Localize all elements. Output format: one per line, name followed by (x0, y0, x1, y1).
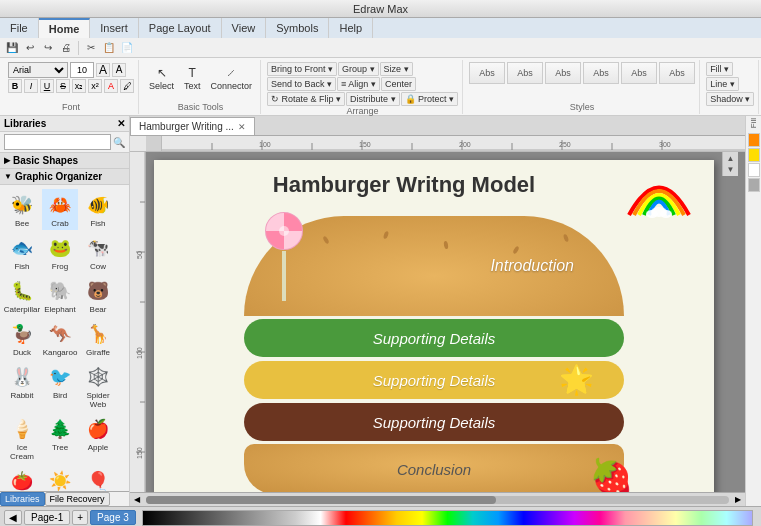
save-button[interactable]: 💾 (4, 40, 20, 56)
sidebar-icon-cow[interactable]: 🐄 Cow (80, 232, 116, 273)
sidebar-icon-frog[interactable]: 🐸 Frog (42, 232, 78, 273)
h-scrollbar[interactable]: ◀ ▶ (130, 492, 745, 506)
protect-button[interactable]: 🔒 Protect ▾ (401, 92, 459, 106)
group-button[interactable]: Group ▾ (338, 62, 379, 76)
tab-help[interactable]: Help (329, 18, 373, 38)
text-tool-button[interactable]: T Text (180, 62, 205, 94)
style-btn-5[interactable]: Abs (621, 62, 657, 84)
scroll-up-button[interactable]: ▲ (727, 154, 735, 163)
fill-button[interactable]: Fill ▾ (706, 62, 733, 76)
sidebar-icon-elephant[interactable]: 🐘 Elephant (42, 275, 78, 316)
page-tab-add[interactable]: + (72, 510, 88, 525)
font-shrink-button[interactable]: A (112, 63, 126, 77)
select-tool-button[interactable]: ↖ Select (145, 62, 178, 94)
font-name-select[interactable]: Arial (8, 62, 68, 78)
sidebar-icon-balloon[interactable]: 🎈 Balloon (80, 465, 116, 491)
sidebar-section-basic-shapes[interactable]: ▶ Basic Shapes (0, 153, 129, 169)
sidebar-icon-bear[interactable]: 🐻 Bear (80, 275, 116, 316)
sidebar-tab-libraries[interactable]: Libraries (0, 492, 45, 506)
fill-color-yellow[interactable] (748, 148, 760, 162)
h-scroll-left-button[interactable]: ◀ (130, 493, 144, 507)
sidebar-icon-rabbit[interactable]: 🐰 Rabbit (4, 361, 40, 411)
sidebar-icon-kangaroo[interactable]: 🦘 Kangaroo (42, 318, 78, 359)
sidebar-icon-crab[interactable]: 🦀 Crab (42, 189, 78, 230)
size-button[interactable]: Size ▾ (380, 62, 413, 76)
copy-button[interactable]: 📋 (101, 40, 117, 56)
font-size-input[interactable] (70, 62, 94, 78)
style-buttons: Abs Abs Abs Abs Abs Abs (469, 62, 695, 84)
search-icon[interactable]: 🔍 (113, 137, 125, 148)
style-btn-4[interactable]: Abs (583, 62, 619, 84)
print-button[interactable]: 🖨 (58, 40, 74, 56)
highlight-button[interactable]: 🖊 (120, 79, 134, 93)
sidebar-icon-spider-web[interactable]: 🕸️ Spider Web (80, 361, 116, 411)
fill-color-gray[interactable] (748, 178, 760, 192)
color-palette-bar[interactable] (142, 510, 753, 526)
superscript-button[interactable]: x² (88, 79, 102, 93)
sidebar-icon-apple[interactable]: 🍎 Apple (80, 413, 116, 463)
underline-button[interactable]: U (40, 79, 54, 93)
fill-color-white[interactable] (748, 163, 760, 177)
cut-button[interactable]: ✂ (83, 40, 99, 56)
tab-symbols[interactable]: Symbols (266, 18, 329, 38)
bring-to-front-button[interactable]: Bring to Front ▾ (267, 62, 337, 76)
sidebar-icon-tomato[interactable]: 🍅 Tomato (4, 465, 40, 491)
sidebar-icon-fish1[interactable]: 🐠 Fish (80, 189, 116, 230)
sidebar-icon-bird[interactable]: 🐦 Bird (42, 361, 78, 411)
sidebar-icon-caterpillar[interactable]: 🐛 Caterpillar (4, 275, 40, 316)
scroll-down-button[interactable]: ▼ (727, 165, 735, 174)
distribute-button[interactable]: Distribute ▾ (346, 92, 400, 106)
style-btn-2[interactable]: Abs (507, 62, 543, 84)
sidebar-section-graphic-organizer[interactable]: ▼ Graphic Organizer (0, 169, 129, 185)
style-btn-1[interactable]: Abs (469, 62, 505, 84)
fill-color-orange[interactable] (748, 133, 760, 147)
center-button[interactable]: Center (381, 77, 416, 91)
h-scrollbar-track[interactable] (146, 496, 729, 504)
h-scrollbar-thumb[interactable] (146, 496, 496, 504)
line-button[interactable]: Line ▾ (706, 77, 739, 91)
connector-tool-button[interactable]: ⟋ Connector (207, 62, 257, 94)
strikethrough-button[interactable]: S (56, 79, 70, 93)
page-tab-page1[interactable]: Page-1 (24, 510, 70, 525)
diagram-canvas[interactable]: Hamburger Writng Model (154, 160, 714, 492)
tab-file[interactable]: File (0, 18, 39, 38)
canvas-tab-hamburger[interactable]: Hamburger Writing ... ✕ (130, 117, 255, 135)
page-tab-page3[interactable]: Page 3 (90, 510, 136, 525)
italic-button[interactable]: I (24, 79, 38, 93)
sidebar-search-input[interactable] (4, 134, 111, 150)
sidebar-icon-giraffe[interactable]: 🦒 Giraffe (80, 318, 116, 359)
tab-home[interactable]: Home (39, 18, 91, 38)
redo-button[interactable]: ↪ (40, 40, 56, 56)
sidebar-icon-fish2[interactable]: 🐟 Fish (4, 232, 40, 273)
tab-view[interactable]: View (222, 18, 267, 38)
tab-insert[interactable]: Insert (90, 18, 139, 38)
style-btn-3[interactable]: Abs (545, 62, 581, 84)
font-grow-button[interactable]: A (96, 63, 110, 77)
shadow-button[interactable]: Shadow ▾ (706, 92, 754, 106)
sidebar-close-icon[interactable]: ✕ (117, 118, 125, 129)
page-tab-prev[interactable]: ◀ (4, 510, 22, 525)
rotate-flip-button[interactable]: ↻ Rotate & Flip ▾ (267, 92, 345, 106)
align-button[interactable]: ≡ Align ▾ (337, 77, 380, 91)
paste-button[interactable]: 📄 (119, 40, 135, 56)
subscript-button[interactable]: x₂ (72, 79, 86, 93)
fill-label: Fill (749, 118, 758, 128)
send-to-back-button[interactable]: Send to Back ▾ (267, 77, 336, 91)
sidebar-icon-sun[interactable]: ☀️ Sun (42, 465, 78, 491)
sidebar-tab-file-recovery[interactable]: File Recovery (45, 492, 110, 506)
sidebar-icon-tree[interactable]: 🌲 Tree (42, 413, 78, 463)
tab-close-icon[interactable]: ✕ (238, 122, 246, 132)
sidebar-icon-duck[interactable]: 🦆 Duck (4, 318, 40, 359)
bold-button[interactable]: B (8, 79, 22, 93)
tab-page-layout[interactable]: Page Layout (139, 18, 222, 38)
fish2-label: Fish (14, 262, 29, 271)
caterpillar-icon: 🐛 (8, 277, 36, 305)
style-btn-6[interactable]: Abs (659, 62, 695, 84)
font-color-button[interactable]: A (104, 79, 118, 93)
canvas-wrapper[interactable]: 50 100 150 (130, 152, 745, 492)
sidebar-icon-bee[interactable]: 🐝 Bee (4, 189, 40, 230)
undo-button[interactable]: ↩ (22, 40, 38, 56)
sun-icon: ☀️ (46, 467, 74, 491)
sidebar-icon-ice-cream[interactable]: 🍦 Ice Cream (4, 413, 40, 463)
h-scroll-right-button[interactable]: ▶ (731, 493, 745, 507)
